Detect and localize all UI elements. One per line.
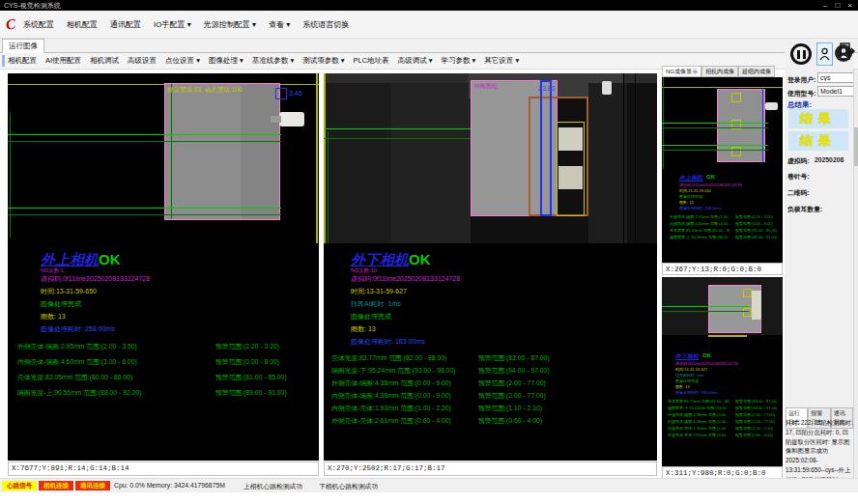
thumb-top-ok: OK bbox=[706, 174, 715, 180]
maximize-icon[interactable]: □ bbox=[835, 0, 840, 11]
tool-camera-debug[interactable]: 相机调试 bbox=[90, 56, 119, 66]
middle-ok-label: OK bbox=[409, 251, 431, 267]
thumb-top-statusbar: X:267;Y:13;R:0;G:0;B:0 bbox=[662, 263, 783, 275]
mid-row-4-warn: 预警范围:(1.10 - 2.10) bbox=[478, 404, 542, 413]
width-overlay-label: 标定宽值:93, 动态宽值:100 bbox=[167, 86, 242, 95]
left-turns-line: 圈数: 13 bbox=[41, 312, 66, 322]
left-row-0-warn: 预警范围:(2.20 - 3.20) bbox=[215, 342, 279, 351]
thumb-top-row1w: 预警范围:(0.00 - 8.00) bbox=[735, 221, 780, 226]
thumb-top-turns: 圈数: 13 bbox=[679, 200, 694, 205]
tool-point-settings[interactable]: 点位设置 ▾ bbox=[165, 56, 200, 66]
toolbar-handle bbox=[2, 55, 5, 67]
thumb-top-row3w: 预警范围:(89.00 - 91.00) bbox=[735, 235, 780, 239]
tab-count-label: 负极耳数量: bbox=[787, 205, 822, 214]
tool-test-params[interactable]: 测试项参数 ▾ bbox=[302, 56, 344, 66]
mid-row-3-warn: 预警范围:(2.00 - 77.00) bbox=[478, 391, 546, 401]
middle-coord-statusbar: X:270;Y:2502;R:17;G:17;B:17 bbox=[324, 462, 657, 476]
menu-io-config[interactable]: IO手配置 ▾ bbox=[154, 19, 191, 30]
middle-done-line: 图像处理完成 bbox=[351, 312, 391, 322]
bright-spot bbox=[602, 81, 612, 95]
ai-box-label: AI检测框 bbox=[474, 82, 498, 91]
thumb-tab-strip: NG成像显示 相机内成像 超细内成像 bbox=[662, 66, 783, 77]
measure-box-blue bbox=[540, 80, 552, 216]
thumb-tab-cam-inner[interactable]: 相机内成像 bbox=[701, 66, 738, 77]
minimize-icon[interactable]: – bbox=[823, 0, 827, 11]
left-camera-title: 外上相机 bbox=[41, 251, 99, 267]
left-barcode-line: 虚拟码:0f11iine20250208133124728 bbox=[41, 274, 150, 284]
left-done-line: 图像处理完成 bbox=[41, 299, 81, 309]
measure-value-label: 23.80 bbox=[538, 85, 556, 92]
mid-row-1-value: 隔圈宽度-下:95.24mm 范围:(93.00 - 98.00) bbox=[331, 366, 455, 376]
tool-camera-config[interactable]: 相机配置 bbox=[8, 56, 37, 66]
left-row-2-value: 壳体宽度:83.05mm 范围:(80.00 - 86.00) bbox=[17, 373, 132, 382]
login-user-field[interactable] bbox=[817, 72, 856, 83]
tab-highlight-1 bbox=[558, 127, 583, 151]
right-scrollbar[interactable] bbox=[853, 70, 858, 478]
left-row-2-warn: 预警范围:(81.00 - 85.00) bbox=[215, 373, 287, 382]
user-icon bbox=[819, 47, 830, 61]
heartbeat-badge: 心跳信号 bbox=[2, 481, 37, 490]
thumb-top-row2: 壳体宽度:83.05mm 范围:(80.00 - 86.00) bbox=[670, 228, 729, 233]
tool-advanced-settings[interactable]: 高级设置 bbox=[128, 56, 157, 66]
mid-row-5-warn: 预警范围:(0.60 - 4.00) bbox=[478, 416, 542, 426]
middle-camera-title: 外下相机 bbox=[351, 251, 409, 267]
menu-view[interactable]: 查看 ▾ bbox=[269, 19, 290, 30]
cam-up-heartbeat-text: 上相机心跳检测成功 bbox=[243, 482, 302, 491]
tab-run-image[interactable]: 运行图像 bbox=[2, 39, 44, 53]
cpu-memory-text: Cpu: 0.0% Memory: 3424.41796875M bbox=[114, 482, 225, 489]
menu-camera-config[interactable]: 相机配置 bbox=[67, 19, 98, 30]
window-title: CYS-视觉检测系统 bbox=[4, 2, 61, 9]
scrollbar-thumb[interactable] bbox=[854, 127, 858, 166]
thumb-tab-ng[interactable]: NG成像显示 bbox=[662, 66, 701, 77]
thumb-bottom-row3w: 预警范围:(2.00 - 77.00) bbox=[735, 419, 780, 424]
left-row-3-warn: 预警范围:(89.00 - 91.00) bbox=[215, 388, 287, 398]
thumb-top-done: 图像处理完成 bbox=[679, 194, 702, 199]
tool-learn-params[interactable]: 学习参数 ▾ bbox=[441, 56, 475, 66]
mid-row-4-value: 内侧壳体-壳体:1.90mm 范围:(1.00 - 2.20) bbox=[331, 404, 451, 413]
menu-comm-config[interactable]: 通讯配置 bbox=[110, 19, 141, 30]
left-time-line: 时间:13-31-59-650 bbox=[41, 287, 97, 296]
middle-camera-image[interactable]: AI检测框 23.80 bbox=[324, 73, 657, 243]
exit-door-icon bbox=[840, 42, 855, 60]
left-ok-label: OK bbox=[99, 251, 121, 267]
tool-image-processing[interactable]: 图像处理 ▾ bbox=[209, 56, 243, 66]
thumb-bottom-panel[interactable]: 外下相机 OK 虚拟码:0f11iine20250208133124728 时间… bbox=[662, 277, 783, 466]
left-row-3-value: 隔圈宽度-上:90.56mm 范围:(88.00 - 92.00) bbox=[17, 388, 141, 398]
thumb-bottom-barcode: 虚拟码:0f11iine20250208133124728 bbox=[675, 361, 776, 366]
thumb-bottom-done: 图像处理完成 bbox=[675, 378, 699, 383]
tool-other-settings[interactable]: 其它设置 ▾ bbox=[484, 56, 519, 66]
log-text-area[interactable]: 耗时: 222, 凹陷检测耗时: 17, 凹陷分息耗时: 0, 凹陷提取分区耗时… bbox=[786, 418, 853, 478]
thumb-tab-fine-inner[interactable]: 超细内成像 bbox=[738, 66, 775, 77]
menu-system-config[interactable]: 系统配置 bbox=[23, 19, 54, 30]
thumb-bottom-cost: 图像处理耗时: 183.00ms bbox=[675, 390, 718, 395]
thumb-bottom-row0: 壳体宽度:83.77mm 范围:(82.00 - 88.00) bbox=[668, 399, 729, 404]
measure-box bbox=[275, 88, 287, 99]
tool-baseline-params[interactable]: 基准线参数 ▾ bbox=[252, 56, 294, 66]
exit-button[interactable] bbox=[839, 41, 856, 62]
left-row-0-value: 外侧壳体-隔圈:2.95mm 范围:(2.00 - 3.50) bbox=[17, 342, 137, 351]
tool-plc-table[interactable]: PLC地址表 bbox=[354, 56, 389, 66]
pause-button[interactable] bbox=[787, 41, 815, 68]
thumb-top-panel[interactable]: 外上相机 OK 虚拟码:0f11iine20250208133124728 时间… bbox=[662, 77, 783, 263]
thumb-bottom-row5: 外侧壳体-壳体:2.61mm 范围:(0.60 - 4.00) bbox=[668, 433, 729, 437]
menu-light-config[interactable]: 光源控制配置 ▾ bbox=[204, 19, 256, 30]
thumb-annotation bbox=[708, 335, 747, 337]
middle-time-line: 时间:13-31-59-627 bbox=[351, 287, 407, 296]
left-ng-count: NG次数:1 bbox=[41, 267, 64, 274]
thumb-bottom-row2w: 预警范围:(2.00 - 77.00) bbox=[735, 412, 780, 417]
tool-ai-config[interactable]: AI使用配置 bbox=[45, 56, 81, 66]
thumb-bottom-row2: 外侧壳体-隔圈:4.38mm 范围:(0.00 - 9.00) bbox=[668, 412, 729, 417]
user-button[interactable] bbox=[816, 42, 833, 66]
model-field[interactable] bbox=[817, 86, 856, 97]
nozzle-shape bbox=[279, 112, 304, 126]
result-box-2: 结果 bbox=[788, 131, 848, 151]
left-camera-image[interactable]: 标定宽值:93, 动态宽值:100 3.46 bbox=[8, 73, 319, 243]
mid-row-3-value: 内侧壳体-隔圈:4.38mm 范围:(0.00 - 9.00) bbox=[331, 391, 451, 401]
thumb-bottom-row1: 隔圈宽度-下:95.24mm 范围:(93.00 - 98.00) bbox=[668, 406, 729, 410]
tool-advanced-debug[interactable]: 高级调试 ▾ bbox=[398, 56, 433, 66]
close-icon[interactable]: × bbox=[847, 0, 852, 11]
middle-cost-line: 图像处理耗时: 183.00ms bbox=[351, 337, 425, 347]
menu-language[interactable]: 系统语言切换 bbox=[302, 19, 349, 30]
pause-icon bbox=[790, 43, 812, 65]
measure-value-label: 3.46 bbox=[289, 90, 302, 97]
